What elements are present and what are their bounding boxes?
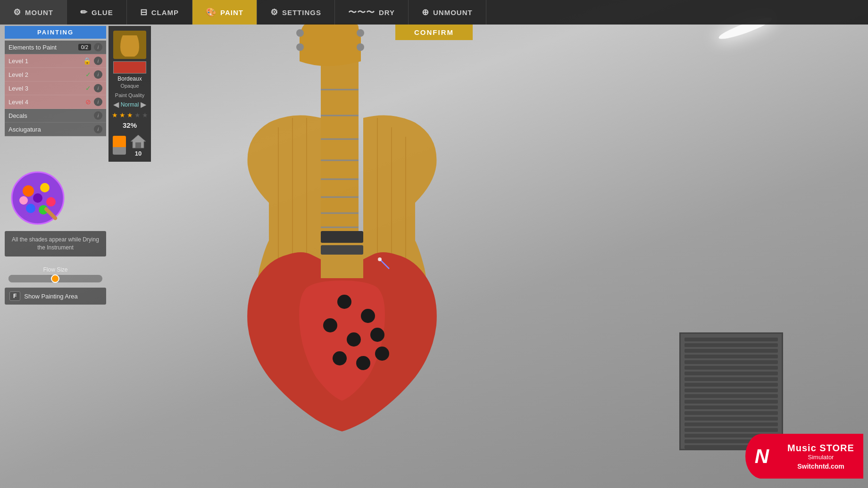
svg-point-23 [347, 332, 361, 347]
paint-palette [9, 170, 66, 226]
level4-info-icon[interactable]: i [94, 98, 102, 106]
svg-point-31 [378, 257, 382, 261]
nav-dry-label: DRY [379, 8, 395, 17]
flow-size-panel: Flow Size [5, 266, 106, 282]
top-navigation: ⚙ MOUNT ✏ GLUE ⊟ CLAMP 🎨 PAINT ⚙ SETTING… [0, 0, 868, 25]
quality-label: Paint Quality [108, 92, 151, 98]
bottom-logo: N Music STORE Simulator Switchntd.com [745, 434, 863, 479]
level3-row: Level 3 ✓ i [5, 82, 106, 95]
elements-label: Elements to Paint [8, 44, 78, 51]
level1-lock-icon: 🔒 [83, 57, 91, 65]
level3-check-icon: ✓ [85, 84, 91, 92]
show-painting-area-button[interactable]: F Show Painting Area [5, 288, 106, 305]
dry-icon: 〜〜〜 [348, 7, 375, 18]
svg-point-27 [375, 347, 389, 361]
nintendo-badge: N [745, 434, 778, 479]
decals-row: Decals i [5, 109, 106, 123]
svg-point-21 [361, 309, 375, 323]
svg-point-38 [26, 204, 35, 213]
color-thumbnail [113, 31, 146, 59]
nav-mount[interactable]: ⚙ MOUNT [0, 0, 67, 25]
nav-clamp-label: CLAMP [151, 8, 179, 17]
nav-mount-label: MOUNT [25, 8, 53, 17]
flow-slider-fill [8, 275, 51, 282]
level4-label: Level 4 [8, 99, 85, 106]
svg-point-10 [296, 29, 304, 37]
nav-paint-label: PAINT [220, 8, 243, 17]
asciugatura-info-icon[interactable]: i [94, 125, 102, 133]
asciugatura-label: Asciugatura [8, 126, 94, 133]
glue-icon: ✏ [80, 7, 88, 17]
unmount-icon: ⊕ [422, 7, 429, 17]
percent-label: 32% [108, 121, 151, 129]
nav-settings-label: SETTINGS [282, 8, 321, 17]
svg-point-34 [23, 185, 34, 197]
svg-point-35 [40, 183, 50, 192]
decals-label: Decals [8, 112, 94, 119]
nav-clamp[interactable]: ⊟ CLAMP [127, 0, 192, 25]
nav-paint[interactable]: 🎨 PAINT [192, 0, 257, 25]
confirm-button[interactable]: CONFIRM [395, 25, 473, 40]
level1-info-icon[interactable]: i [94, 57, 102, 65]
color-swatch[interactable] [113, 61, 146, 74]
brush-count: 10 [135, 150, 142, 157]
svg-point-22 [323, 318, 337, 332]
color-name: Bordeaux [108, 75, 151, 82]
svg-rect-44 [135, 142, 141, 148]
level2-check-icon: ✓ [85, 71, 91, 78]
store-text: STORE [819, 443, 854, 453]
quality-next-arrow[interactable]: ▶ [141, 100, 146, 109]
level2-info-icon[interactable]: i [94, 70, 102, 79]
kbd-f-badge: F [9, 291, 20, 301]
level3-info-icon[interactable]: i [94, 84, 102, 92]
svg-point-24 [370, 328, 384, 342]
paint-brush-icon[interactable] [113, 136, 126, 155]
music-text: Music [787, 443, 819, 453]
star-5: ★ [142, 111, 148, 119]
level2-label: Level 2 [8, 71, 85, 78]
svg-point-11 [296, 43, 304, 51]
asciugatura-row: Asciugatura i [5, 123, 106, 136]
flow-slider[interactable] [8, 275, 102, 282]
svg-point-20 [337, 295, 351, 309]
elements-info-icon[interactable]: i [94, 43, 102, 51]
svg-point-13 [357, 43, 364, 51]
quality-prev-arrow[interactable]: ◀ [113, 100, 119, 109]
nav-settings[interactable]: ⚙ SETTINGS [257, 0, 335, 25]
panel-header: PAINTING [5, 26, 106, 39]
paint-icon: 🎨 [206, 7, 217, 17]
svg-point-36 [46, 197, 56, 207]
level3-label: Level 3 [8, 85, 85, 92]
level4-x-icon: ⊘ [85, 98, 91, 106]
mount-icon: ⚙ [13, 7, 21, 17]
store-url: Switchntd.com [797, 463, 844, 470]
level1-row: Level 1 🔒 i [5, 54, 106, 68]
svg-rect-28 [321, 231, 363, 243]
color-panel: Bordeaux Opaque Paint Quality ◀ Normal ▶… [108, 26, 151, 162]
show-painting-label: Show Painting Area [24, 293, 77, 300]
svg-point-26 [356, 356, 370, 370]
nav-unmount[interactable]: ⊕ UNMOUNT [409, 0, 486, 25]
svg-point-12 [357, 29, 364, 37]
flow-label: Flow Size [5, 266, 106, 273]
decals-info-icon[interactable]: i [94, 111, 102, 120]
clamp-icon: ⊟ [140, 7, 148, 17]
nav-glue[interactable]: ✏ GLUE [67, 0, 127, 25]
elements-to-paint-row: Elements to Paint 0/2 i [5, 41, 106, 54]
flow-knob[interactable] [51, 274, 59, 283]
color-type: Opaque [108, 83, 151, 89]
store-sub: Simulator [808, 454, 834, 461]
nav-glue-label: GLUE [92, 8, 113, 17]
nav-dry[interactable]: 〜〜〜 DRY [335, 0, 409, 25]
paint-tools-row: 10 [108, 133, 151, 157]
drying-info-note: All the shades appear while Drying the I… [5, 231, 106, 256]
nav-unmount-label: UNMOUNT [433, 8, 473, 17]
star-2: ★ [119, 111, 125, 119]
level4-row: Level 4 ⊘ i [5, 95, 106, 109]
svg-point-39 [19, 196, 28, 205]
stars-row: ★ ★ ★ ★ ★ [108, 111, 151, 119]
elements-badge: 0/2 [78, 44, 91, 50]
store-box: Music STORE Simulator Switchntd.com [778, 434, 863, 479]
nintendo-n: N [755, 445, 769, 468]
svg-point-40 [33, 193, 42, 203]
